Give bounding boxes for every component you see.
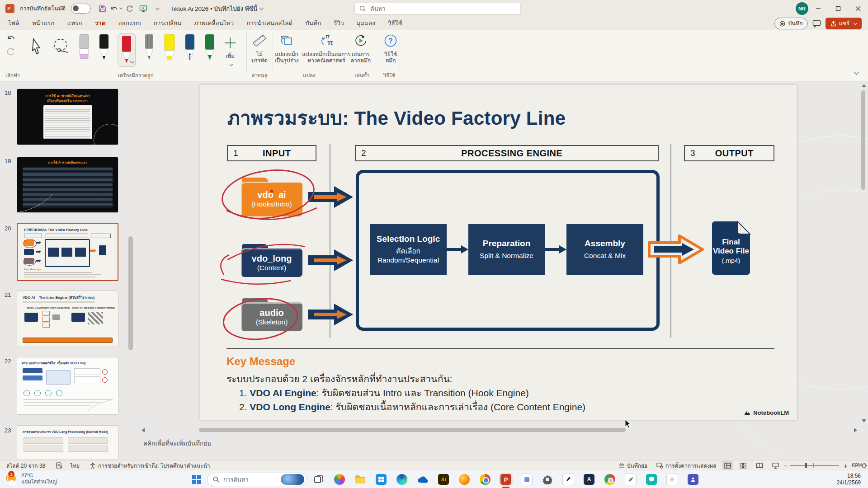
start-slideshow-button[interactable] xyxy=(137,2,150,15)
thumb20-keymsg: Key Message xyxy=(24,268,41,271)
view-reading-button[interactable] xyxy=(756,460,763,470)
scroll-left-icon xyxy=(142,428,145,432)
spellcheck-icon[interactable] xyxy=(56,460,63,470)
notes-toggle[interactable]: บันทึกย่อ xyxy=(618,460,647,470)
slide-thumbnail-18[interactable]: การใช้ Ai พากย์เสียงแทนเรา เสียงปรับแต่ง… xyxy=(17,89,118,145)
thumb22-title: ผ่าระบบประมวลผลวิดีโอ: เบื้องหลัง VDO Lo… xyxy=(22,361,118,366)
save-button[interactable] xyxy=(96,2,109,15)
tab-design[interactable]: ออกแบบ xyxy=(117,16,142,31)
lasso-select-icon[interactable] xyxy=(52,37,71,57)
ink-help-button[interactable]: ? วิธีใช้หมึก xyxy=(370,33,411,64)
line-app-icon[interactable] xyxy=(645,473,658,486)
app-search-box[interactable] xyxy=(354,3,521,14)
slide-thumbnail-22[interactable]: ผ่าระบบประมวลผลวิดีโอ: เบื้องหลัง VDO Lo… xyxy=(17,357,118,415)
onedrive-icon[interactable] xyxy=(416,473,429,486)
ribbon-redo-icon[interactable] xyxy=(6,47,15,56)
chrome-beta-icon[interactable] xyxy=(603,473,617,486)
copilot-icon[interactable] xyxy=(333,473,346,486)
illustrator-icon[interactable]: Ai xyxy=(437,473,450,486)
tab-insert[interactable]: แทรก xyxy=(66,16,83,31)
taskbar-search[interactable] xyxy=(207,473,307,486)
taskbar-search-input[interactable] xyxy=(222,476,278,483)
horizontal-scrollbar[interactable] xyxy=(138,427,861,434)
add-pen-button[interactable]: เพิ่ม xyxy=(223,36,237,67)
select-tool-icon[interactable] xyxy=(28,37,44,57)
tab-review[interactable]: รีวิว xyxy=(333,16,344,31)
tab-record[interactable]: บันทึก xyxy=(304,16,322,31)
main-slide[interactable]: ภาพรวมระบบ: The Video Factory Line 1 INP… xyxy=(200,85,797,420)
zoom-slider[interactable] xyxy=(790,460,839,470)
slide-thumbnail-19[interactable]: การใช้ Ai พากย์เสียงแทนเรา xyxy=(17,157,118,213)
thumb-number-23: 23 xyxy=(5,427,11,434)
quick-access-more-button[interactable] xyxy=(151,2,163,15)
autosave-toggle[interactable] xyxy=(71,4,91,14)
undo-button[interactable] xyxy=(110,2,123,15)
pen-green-tool[interactable] xyxy=(203,33,216,61)
language-indicator[interactable]: ไทย xyxy=(70,460,80,470)
acrobat-icon[interactable]: A xyxy=(582,473,596,486)
pen-black-tool[interactable] xyxy=(98,33,110,61)
edge-icon[interactable] xyxy=(395,473,409,486)
tab-draw[interactable]: วาด xyxy=(94,16,107,31)
firefox-icon[interactable] xyxy=(458,473,471,486)
quill-pen-icon[interactable] xyxy=(624,473,637,486)
tab-animations[interactable]: ภาพเคลื่อนไหว xyxy=(193,16,235,31)
ruler-label-1: ไม้ xyxy=(256,51,263,57)
notepad-plus-icon[interactable] xyxy=(561,473,575,486)
file-explorer-icon[interactable] xyxy=(354,473,367,486)
ribbon-undo-icon[interactable] xyxy=(6,34,15,42)
slide-thumbnail-23[interactable]: ภาพรวมกระบวนการ VDO Long Processing (Nor… xyxy=(17,425,118,460)
notepad-icon[interactable] xyxy=(665,473,679,486)
tab-home[interactable]: หน้าแรก xyxy=(31,16,56,31)
slide-thumbnail-21[interactable]: VDO AI – The Intro Engine (ส่วนสร้าง Int… xyxy=(17,291,118,347)
zoom-in-button[interactable]: + xyxy=(844,460,848,470)
vertical-scrollbar[interactable] xyxy=(860,82,867,435)
share-button[interactable]: แชร์ xyxy=(826,18,862,29)
weather-widget[interactable]: 1 27°C แจ่มใสส่วนใหญ่ xyxy=(5,472,57,485)
view-slideshow-button[interactable] xyxy=(772,460,779,470)
slide-thumbnail-20-selected[interactable]: ภาพรวมระบบ: The Video Factory Line xyxy=(17,223,118,281)
chrome-icon[interactable] xyxy=(478,473,492,486)
group-label-replay: เล่นซ้ำ xyxy=(354,71,369,80)
task-view-button[interactable] xyxy=(312,473,326,486)
tab-transitions[interactable]: การเปลี่ยน xyxy=(153,16,183,31)
tab-slideshow[interactable]: การนำเสนอสไลด์ xyxy=(245,16,293,31)
display-settings-button[interactable]: การตั้งค่าการแสดงผล xyxy=(656,460,716,470)
fit-to-window-icon[interactable] xyxy=(861,460,867,470)
pen-red-tool-selected[interactable] xyxy=(118,33,136,67)
accessibility-status[interactable]: การช่วยสำหรับการเข้าถึง: โปรดศึกษาคำแนะน… xyxy=(90,460,210,470)
slide-title: ภาพรวมระบบ: The Video Factory Line xyxy=(227,103,566,133)
zoom-slider-thumb[interactable] xyxy=(805,463,807,468)
document-title[interactable]: Tiktok Ai 2026 • บันทึกไปยัง พีซีนี้ xyxy=(170,4,257,14)
record-button[interactable]: บันทึก xyxy=(774,18,807,29)
notes-placeholder[interactable]: คลิกเพื่อที่จะเพิ่มบันทึกย่อ xyxy=(143,438,211,448)
title-dropdown-icon[interactable] xyxy=(259,6,264,10)
search-highlight-image[interactable] xyxy=(281,474,304,485)
minimize-button[interactable] xyxy=(808,0,828,17)
start-button[interactable] xyxy=(190,473,203,486)
microsoft-store-icon[interactable] xyxy=(374,473,388,486)
eraser-tool-icon[interactable] xyxy=(78,33,90,61)
pencil-gray-tool[interactable] xyxy=(143,33,156,61)
redo-button[interactable] xyxy=(123,2,136,15)
settings-icon[interactable] xyxy=(541,473,554,486)
photos-icon[interactable] xyxy=(520,473,533,486)
comments-icon[interactable] xyxy=(812,20,821,28)
user-avatar[interactable]: NR xyxy=(796,2,808,15)
zoom-out-button[interactable]: − xyxy=(783,460,788,470)
tab-view[interactable]: มุมมอง xyxy=(356,16,376,31)
tab-file[interactable]: ไฟล์ xyxy=(7,16,20,31)
powerpoint-taskbar-icon[interactable]: P xyxy=(499,473,513,486)
view-normal-button[interactable] xyxy=(722,461,733,470)
tab-help[interactable]: วิธีใช้ xyxy=(387,16,403,31)
pen-blue-tool[interactable] xyxy=(184,33,196,61)
teams-icon[interactable] xyxy=(686,473,700,486)
view-slide-sorter-button[interactable] xyxy=(740,460,746,470)
thumbnail-panel-scrollbar[interactable] xyxy=(128,236,133,350)
app-search-input[interactable] xyxy=(369,5,516,13)
close-button[interactable] xyxy=(848,0,868,17)
taskbar-clock[interactable]: 18:56 24/1/2569 xyxy=(837,473,861,486)
maximize-button[interactable] xyxy=(828,0,848,17)
highlighter-yellow-tool[interactable] xyxy=(163,33,176,61)
collapse-ribbon-icon[interactable] xyxy=(854,70,859,75)
